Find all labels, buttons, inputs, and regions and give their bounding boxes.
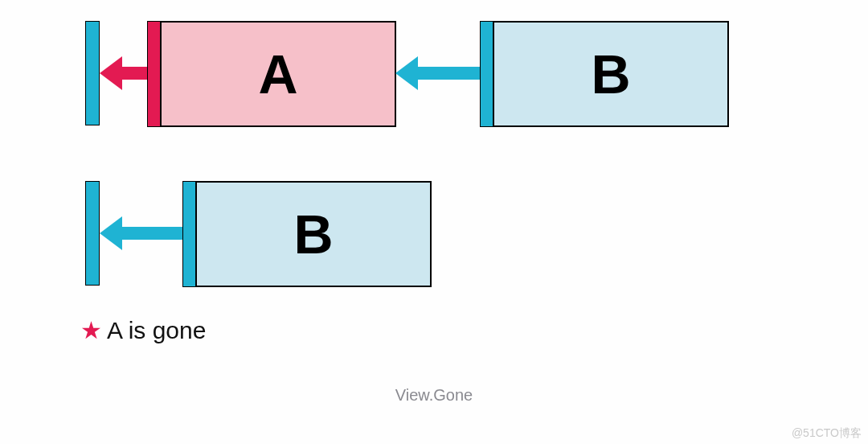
note-text: A is gone — [107, 317, 206, 344]
arrow-b-to-wall-shaft — [121, 227, 183, 240]
diagram-stage: A B B ★ A is gone View.Gone @51CTO博客 — [0, 0, 868, 444]
watermark-text: @51CTO博客 — [792, 426, 862, 439]
arrow-b-to-wall-head-icon — [100, 216, 122, 250]
box-a: A — [160, 21, 396, 127]
arrow-b-to-a-head-icon — [395, 56, 418, 90]
arrow-a-to-wall-shaft — [121, 67, 148, 80]
arrow-b-to-a-shaft — [418, 67, 481, 80]
anchor-wall-row1 — [85, 21, 100, 125]
caption-text: View.Gone — [395, 386, 473, 404]
box-a-label: A — [258, 43, 297, 105]
box-b-row1-label: B — [591, 43, 630, 105]
box-b-row2-label: B — [293, 203, 333, 265]
box-b-row2: B — [195, 181, 432, 287]
watermark: @51CTO博客 — [792, 426, 862, 441]
star-icon: ★ — [80, 319, 102, 343]
caption: View.Gone — [0, 386, 868, 405]
box-b-row1: B — [493, 21, 729, 127]
note-a-is-gone: ★ A is gone — [80, 317, 206, 344]
anchor-wall-row2 — [85, 181, 100, 286]
arrow-a-to-wall-head-icon — [100, 56, 122, 90]
